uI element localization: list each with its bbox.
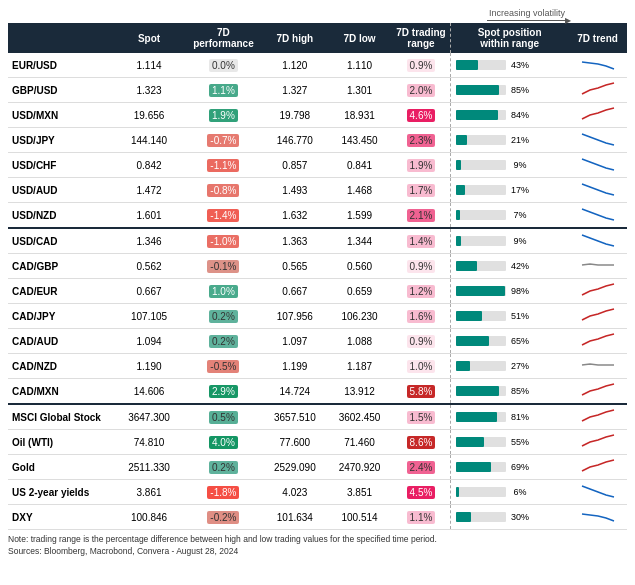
spot-value: 1.472: [114, 178, 185, 203]
range-value: 1.0%: [392, 354, 451, 379]
main-table: Spot 7Dperformance 7D high 7D low 7D tra…: [8, 23, 627, 530]
table-row: DXY100.846-0.2%101.634100.5141.1%30%: [8, 505, 627, 530]
spot-position: 85%: [451, 78, 569, 103]
range-value: 1.2%: [392, 279, 451, 304]
spot-position: 21%: [451, 128, 569, 153]
table-row: USD/NZD1.601-1.4%1.6321.5992.1%7%: [8, 203, 627, 229]
low-value: 143.450: [327, 128, 392, 153]
range-value: 4.5%: [392, 480, 451, 505]
range-value: 0.9%: [392, 254, 451, 279]
footnote-line2: Sources: Bloomberg, Macrobond, Convera -…: [8, 546, 627, 558]
table-row: CAD/GBP0.562-0.1%0.5650.5600.9%42%: [8, 254, 627, 279]
range-value: 4.6%: [392, 103, 451, 128]
spot-value: 0.667: [114, 279, 185, 304]
spot-value: 19.656: [114, 103, 185, 128]
perf-value: -0.2%: [184, 505, 262, 530]
table-row: US 2-year yields3.861-1.8%4.0233.8514.5%…: [8, 480, 627, 505]
trend-sparkline: [568, 354, 627, 379]
trend-sparkline: [568, 304, 627, 329]
trend-sparkline: [568, 178, 627, 203]
perf-value: 4.0%: [184, 430, 262, 455]
perf-value: 0.2%: [184, 455, 262, 480]
range-value: 5.8%: [392, 379, 451, 405]
pair-name: CAD/GBP: [8, 254, 114, 279]
table-row: USD/JPY144.140-0.7%146.770143.4502.3%21%: [8, 128, 627, 153]
spot-value: 144.140: [114, 128, 185, 153]
high-value: 0.565: [263, 254, 328, 279]
high-value: 77.600: [263, 430, 328, 455]
range-value: 1.9%: [392, 153, 451, 178]
col-pair: [8, 23, 114, 53]
spot-value: 1.323: [114, 78, 185, 103]
table-row: CAD/MXN14.6062.9%14.72413.9125.8%85%: [8, 379, 627, 405]
pair-name: CAD/AUD: [8, 329, 114, 354]
high-value: 1.120: [263, 53, 328, 78]
perf-value: -0.5%: [184, 354, 262, 379]
pair-name: CAD/JPY: [8, 304, 114, 329]
volatility-header: Increasing volatility ▶: [8, 8, 627, 21]
col-7d-high: 7D high: [263, 23, 328, 53]
low-value: 3.851: [327, 480, 392, 505]
table-row: CAD/EUR0.6671.0%0.6670.6591.2%98%: [8, 279, 627, 304]
pair-name: US 2-year yields: [8, 480, 114, 505]
trend-sparkline: [568, 254, 627, 279]
spot-value: 1.190: [114, 354, 185, 379]
low-value: 1.301: [327, 78, 392, 103]
low-value: 1.088: [327, 329, 392, 354]
high-value: 0.667: [263, 279, 328, 304]
high-value: 2529.090: [263, 455, 328, 480]
range-value: 1.6%: [392, 304, 451, 329]
high-value: 1.632: [263, 203, 328, 229]
low-value: 1.468: [327, 178, 392, 203]
perf-value: 0.5%: [184, 404, 262, 430]
volatility-label: Increasing volatility: [489, 8, 565, 18]
low-value: 1.344: [327, 228, 392, 254]
trend-sparkline: [568, 153, 627, 178]
trend-sparkline: [568, 228, 627, 254]
pair-name: EUR/USD: [8, 53, 114, 78]
spot-value: 1.601: [114, 203, 185, 229]
pair-name: USD/MXN: [8, 103, 114, 128]
perf-value: 1.1%: [184, 78, 262, 103]
low-value: 13.912: [327, 379, 392, 405]
col-spot-pos: Spot positionwithin range: [451, 23, 569, 53]
spot-position: 6%: [451, 480, 569, 505]
pair-name: USD/NZD: [8, 203, 114, 229]
spot-position: 55%: [451, 430, 569, 455]
low-value: 106.230: [327, 304, 392, 329]
pair-name: CAD/MXN: [8, 379, 114, 405]
perf-value: 0.0%: [184, 53, 262, 78]
range-value: 2.1%: [392, 203, 451, 229]
range-value: 1.5%: [392, 404, 451, 430]
trend-sparkline: [568, 103, 627, 128]
high-value: 19.798: [263, 103, 328, 128]
spot-value: 14.606: [114, 379, 185, 405]
low-value: 71.460: [327, 430, 392, 455]
pair-name: CAD/EUR: [8, 279, 114, 304]
col-7d-low: 7D low: [327, 23, 392, 53]
spot-position: 30%: [451, 505, 569, 530]
pair-name: Gold: [8, 455, 114, 480]
range-value: 1.4%: [392, 228, 451, 254]
trend-sparkline: [568, 329, 627, 354]
range-value: 0.9%: [392, 53, 451, 78]
trend-sparkline: [568, 78, 627, 103]
pair-name: CAD/NZD: [8, 354, 114, 379]
table-row: EUR/USD1.1140.0%1.1201.1100.9%43%: [8, 53, 627, 78]
table-row: CAD/AUD1.0940.2%1.0971.0880.9%65%: [8, 329, 627, 354]
trend-sparkline: [568, 480, 627, 505]
trend-sparkline: [568, 379, 627, 405]
pair-name: USD/CAD: [8, 228, 114, 254]
low-value: 0.659: [327, 279, 392, 304]
col-7d-range: 7D tradingrange: [392, 23, 451, 53]
spot-position: 17%: [451, 178, 569, 203]
spot-position: 42%: [451, 254, 569, 279]
trend-sparkline: [568, 128, 627, 153]
range-value: 2.0%: [392, 78, 451, 103]
range-value: 2.4%: [392, 455, 451, 480]
footnote-line1: Note: trading range is the percentage di…: [8, 534, 627, 546]
perf-value: -1.4%: [184, 203, 262, 229]
high-value: 1.097: [263, 329, 328, 354]
spot-position: 27%: [451, 354, 569, 379]
perf-value: 0.2%: [184, 304, 262, 329]
